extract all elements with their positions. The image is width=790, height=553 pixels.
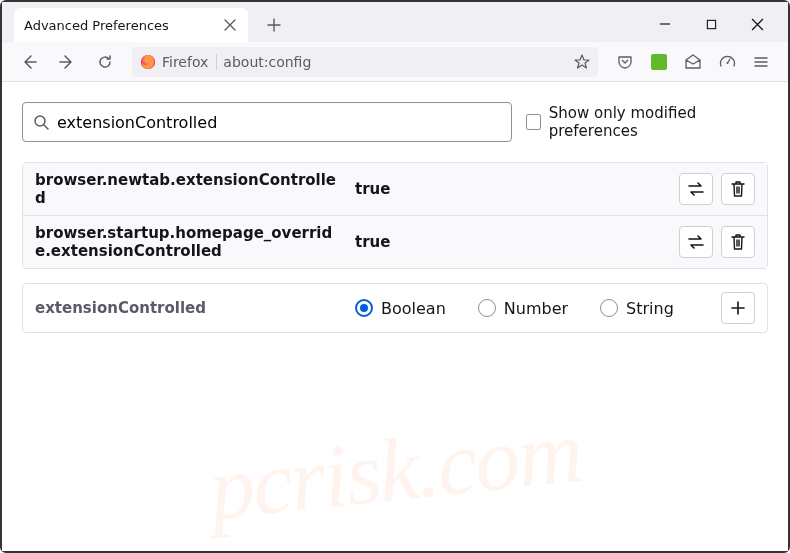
- window-close-button[interactable]: [734, 9, 780, 39]
- content-area: Show only modified preferences browser.n…: [2, 82, 788, 551]
- pocket-button[interactable]: [608, 47, 642, 77]
- arrow-left-icon: [21, 54, 37, 70]
- pref-list: browser.newtab.extensionControlled true …: [22, 162, 768, 269]
- radio-icon: [478, 299, 496, 317]
- pref-delete-button[interactable]: [721, 173, 755, 205]
- browser-tab[interactable]: Advanced Preferences: [14, 8, 248, 42]
- nav-back-button[interactable]: [12, 47, 46, 77]
- search-icon: [33, 114, 49, 130]
- svg-rect-0: [707, 20, 715, 28]
- pref-type-radio-number[interactable]: Number: [478, 299, 568, 318]
- app-menu-button[interactable]: [744, 47, 778, 77]
- extension-button[interactable]: [642, 47, 676, 77]
- maximize-icon: [706, 19, 717, 30]
- pref-row: browser.startup.homepage_override.extens…: [23, 216, 767, 268]
- gauge-icon: [719, 53, 736, 70]
- pref-delete-button[interactable]: [721, 226, 755, 258]
- pref-search-box[interactable]: [22, 102, 512, 142]
- swap-icon: [687, 235, 705, 249]
- titlebar: Advanced Preferences: [2, 2, 788, 42]
- trash-icon: [731, 234, 745, 250]
- pref-search-input[interactable]: [57, 113, 501, 132]
- trash-icon: [731, 181, 745, 197]
- show-modified-checkbox[interactable]: Show only modified preferences: [526, 104, 768, 140]
- dashboard-button[interactable]: [710, 47, 744, 77]
- pref-value: true: [355, 180, 679, 198]
- pref-type-radio-boolean[interactable]: Boolean: [355, 299, 446, 318]
- nav-forward-button[interactable]: [50, 47, 84, 77]
- radio-label: Boolean: [381, 299, 446, 318]
- pref-type-radio-string[interactable]: String: [600, 299, 674, 318]
- watermark: pcrisk.com: [204, 399, 585, 540]
- arrow-right-icon: [59, 54, 75, 70]
- reload-icon: [97, 54, 113, 70]
- navbar: Firefox about:config: [2, 42, 788, 82]
- pref-row: browser.newtab.extensionControlled true: [23, 163, 767, 216]
- pref-add-row: extensionControlled Boolean Number Strin…: [22, 283, 768, 333]
- pocket-icon: [617, 54, 633, 70]
- window-maximize-button[interactable]: [688, 9, 734, 39]
- nav-reload-button[interactable]: [88, 47, 122, 77]
- tab-close-button[interactable]: [222, 17, 238, 33]
- radio-label: Number: [504, 299, 568, 318]
- pref-name: browser.newtab.extensionControlled: [35, 171, 355, 207]
- show-modified-label: Show only modified preferences: [549, 104, 768, 140]
- radio-icon: [355, 299, 373, 317]
- pref-type-radio-group: Boolean Number String: [355, 299, 721, 318]
- mail-button[interactable]: [676, 47, 710, 77]
- window-minimize-button[interactable]: [642, 9, 688, 39]
- pref-add-button[interactable]: [721, 292, 755, 324]
- radio-icon: [600, 299, 618, 317]
- plus-icon: [267, 18, 281, 32]
- extension-badge-icon: [651, 54, 667, 70]
- minimize-icon: [659, 18, 671, 30]
- star-icon: [574, 54, 590, 70]
- url-bar[interactable]: Firefox about:config: [132, 47, 598, 77]
- swap-icon: [687, 182, 705, 196]
- hamburger-icon: [753, 54, 769, 70]
- radio-label: String: [626, 299, 674, 318]
- pref-toggle-button[interactable]: [679, 173, 713, 205]
- new-tab-button[interactable]: [260, 11, 288, 39]
- close-icon: [751, 18, 764, 31]
- tab-title: Advanced Preferences: [24, 18, 222, 33]
- bookmark-star-button[interactable]: [574, 54, 590, 70]
- firefox-logo-icon: [140, 54, 156, 70]
- mail-open-icon: [684, 54, 702, 70]
- url-identity-label: Firefox: [162, 54, 208, 70]
- checkbox-icon: [526, 114, 541, 130]
- pref-toggle-button[interactable]: [679, 226, 713, 258]
- pref-add-name: extensionControlled: [35, 299, 355, 317]
- close-icon: [224, 19, 236, 31]
- url-identity: Firefox: [140, 54, 217, 70]
- url-text: about:config: [223, 54, 568, 70]
- pref-value: true: [355, 233, 679, 251]
- window-controls: [642, 9, 780, 39]
- svg-point-3: [726, 62, 728, 64]
- pref-name: browser.startup.homepage_override.extens…: [35, 224, 355, 260]
- plus-icon: [731, 301, 745, 315]
